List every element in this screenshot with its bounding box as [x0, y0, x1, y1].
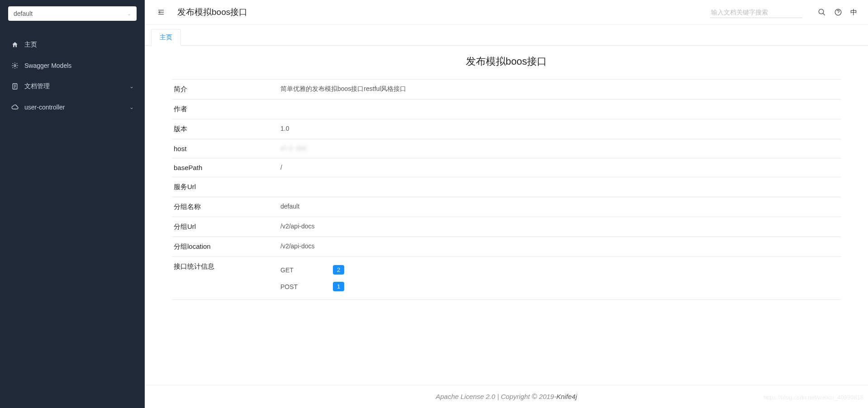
info-key: 版本 — [172, 125, 280, 133]
info-val: /v2/api-docs — [280, 223, 841, 231]
info-row-serviceurl: 服务Url — [172, 177, 841, 197]
svg-point-0 — [14, 65, 16, 66]
info-key: 简介 — [172, 85, 280, 94]
copyright-icon: © — [532, 393, 537, 400]
info-row-grouploc: 分组location /v2/api-docs — [172, 237, 841, 257]
main: 发布模拟boos接口 中 主页 发布模拟boos接口 简介 简单优雅的发布模拟b… — [145, 0, 868, 408]
info-row-version: 版本 1.0 — [172, 119, 841, 139]
sidebar-item-label: user-controller — [24, 104, 129, 111]
info-val: /v2/api-docs — [280, 242, 841, 251]
cloud-icon — [11, 103, 19, 111]
footer-year: 2019- — [539, 393, 556, 400]
info-val: 47.0 .000 — [280, 145, 841, 152]
info-key: basePath — [172, 164, 280, 171]
info-key: 接口统计信息 — [172, 262, 280, 294]
sidebar-item-doc-manage[interactable]: 文档管理 ⌄ — [0, 76, 145, 97]
footer-product-link[interactable]: Knife4j — [556, 393, 577, 400]
info-row-intro: 简介 简单优雅的发布模拟boos接口restful风格接口 — [172, 79, 841, 100]
info-val: / — [280, 164, 841, 171]
group-select-value: default — [14, 10, 33, 17]
info-key: 作者 — [172, 105, 280, 114]
header: 发布模拟boos接口 中 — [145, 0, 868, 25]
info-val — [280, 105, 841, 114]
stat-method: GET — [280, 266, 333, 274]
info-val: 1.0 — [280, 125, 841, 133]
info-key: 分组Url — [172, 223, 280, 231]
content-title: 发布模拟boos接口 — [172, 55, 841, 68]
stat-badge: 1 — [333, 282, 344, 291]
info-table: 简介 简单优雅的发布模拟boos接口restful风格接口 作者 版本 1.0 … — [172, 79, 841, 300]
info-key: 服务Url — [172, 183, 280, 191]
language-toggle[interactable]: 中 — [850, 8, 857, 17]
tab-home[interactable]: 主页 — [151, 29, 181, 46]
help-icon[interactable] — [833, 7, 843, 17]
info-key: 分组location — [172, 242, 280, 251]
svg-point-8 — [819, 9, 824, 14]
footer-license: Apache License 2.0 — [436, 393, 495, 400]
models-icon — [11, 62, 19, 70]
info-row-groupurl: 分组Url /v2/api-docs — [172, 217, 841, 237]
search-input[interactable] — [711, 9, 802, 16]
sidebar-item-swagger-models[interactable]: Swagger Models — [0, 55, 145, 76]
info-key: 分组名称 — [172, 203, 280, 211]
info-row-basepath: basePath / — [172, 158, 841, 177]
info-row-host: host 47.0 .000 — [172, 139, 841, 158]
sidebar-item-label: 文档管理 — [24, 82, 129, 90]
stat-method: POST — [280, 283, 333, 290]
content: 发布模拟boos接口 简介 简单优雅的发布模拟boos接口restful风格接口… — [145, 46, 868, 385]
stats-list: GET 2 POST 1 — [280, 262, 841, 294]
chevron-down-icon: ⌄ — [129, 83, 134, 90]
info-val: 简单优雅的发布模拟boos接口restful风格接口 — [280, 85, 841, 94]
info-row-groupname: 分组名称 default — [172, 197, 841, 217]
info-row-stats: 接口统计信息 GET 2 POST 1 — [172, 257, 841, 300]
tabs: 主页 — [145, 25, 868, 46]
sidebar-item-user-controller[interactable]: user-controller ⌄ — [0, 97, 145, 118]
stat-line-post: POST 1 — [280, 279, 841, 294]
chevron-down-icon: ⌄ — [129, 104, 134, 110]
info-val: default — [280, 203, 841, 211]
info-key: host — [172, 145, 280, 152]
sidebar-item-label: Swagger Models — [24, 62, 134, 69]
stat-line-get: GET 2 — [280, 262, 841, 277]
info-val — [280, 183, 841, 191]
stat-badge: 2 — [333, 265, 344, 275]
footer-copyright: | Copyright — [495, 393, 532, 400]
sidebar-item-label: 主页 — [24, 41, 134, 49]
sidebar: default ⌄ 主页 Swagger Models 文 — [0, 0, 145, 408]
home-icon — [11, 41, 19, 49]
svg-line-9 — [823, 13, 825, 15]
search-icon[interactable] — [817, 7, 827, 17]
sidebar-item-home[interactable]: 主页 — [0, 34, 145, 55]
chevron-down-icon: ⌄ — [127, 11, 131, 17]
page-title: 发布模拟boos接口 — [177, 6, 710, 18]
watermark: https://blog.csdn.net/weixin_40990818 — [764, 394, 863, 401]
group-select[interactable]: default ⌄ — [8, 6, 137, 21]
info-row-author: 作者 — [172, 100, 841, 119]
footer: Apache License 2.0 | Copyright © 2019-Kn… — [145, 385, 868, 408]
sidebar-collapse-button[interactable] — [156, 7, 166, 18]
doc-icon — [11, 82, 19, 90]
